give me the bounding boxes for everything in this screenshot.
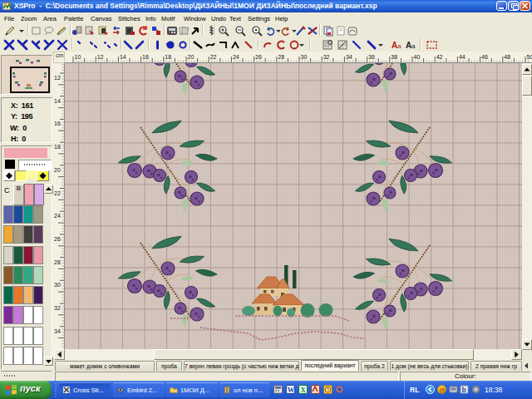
svg-text:12: 12: [54, 75, 61, 81]
svg-text:W: W: [288, 386, 295, 394]
svg-text:28: 28: [54, 259, 61, 265]
svg-text:32: 32: [54, 305, 61, 311]
svg-text:b: b: [462, 386, 466, 394]
svg-text:10: 10: [75, 54, 81, 60]
svg-text:18: 18: [165, 54, 171, 60]
svg-text:12: 12: [97, 54, 104, 60]
svg-text:36: 36: [368, 54, 375, 60]
svg-text:16: 16: [54, 121, 61, 126]
svg-text:44: 44: [459, 54, 466, 60]
svg-text:28: 28: [278, 54, 284, 60]
svg-text:42: 42: [436, 54, 443, 60]
svg-text:30: 30: [301, 54, 308, 60]
svg-text:20: 20: [54, 167, 61, 173]
svg-text:32: 32: [323, 54, 330, 60]
svg-text:14: 14: [54, 98, 61, 104]
svg-text:50: 50: [527, 54, 532, 60]
svg-text:20: 20: [188, 54, 195, 60]
svg-text:22: 22: [54, 190, 61, 196]
svg-text:16: 16: [142, 54, 149, 60]
svg-text:X: X: [300, 386, 306, 394]
svg-text:a: a: [411, 42, 416, 50]
svg-text:24: 24: [233, 54, 239, 60]
svg-text:26: 26: [255, 54, 262, 60]
svg-text:24: 24: [54, 213, 61, 219]
svg-text:34: 34: [346, 54, 352, 60]
svg-text:30: 30: [54, 282, 61, 288]
svg-text:26: 26: [54, 236, 61, 242]
svg-text:38: 38: [391, 54, 397, 60]
svg-text:a: a: [397, 42, 401, 50]
svg-text:@: @: [439, 387, 446, 394]
svg-text:48: 48: [504, 54, 510, 60]
svg-text:22: 22: [210, 54, 217, 60]
svg-text:34: 34: [54, 328, 61, 334]
svg-text:18: 18: [54, 144, 61, 150]
svg-text:14: 14: [120, 54, 126, 60]
svg-text:46: 46: [481, 54, 488, 60]
svg-text:40: 40: [414, 54, 421, 60]
